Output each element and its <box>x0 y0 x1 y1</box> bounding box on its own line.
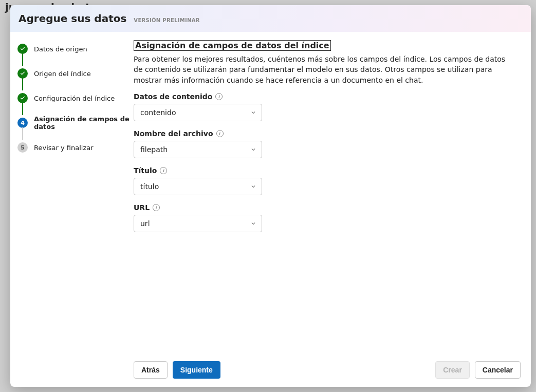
step-label: Datos de origen <box>34 45 87 53</box>
chevron-down-icon <box>250 146 256 153</box>
field-filename: Nombre del archivo i filepath <box>134 129 521 158</box>
step-number-icon: 5 <box>17 142 28 153</box>
step-data-source[interactable]: Datos de origen <box>17 42 130 55</box>
url-select[interactable]: url <box>134 215 262 232</box>
select-value: url <box>140 219 150 228</box>
preview-badge: VERSIÓN PRELIMINAR <box>134 17 199 23</box>
check-icon <box>17 93 28 103</box>
step-index-config[interactable]: Configuración del índice <box>17 91 130 105</box>
back-button[interactable]: Atrás <box>134 361 168 379</box>
select-value: título <box>140 182 159 191</box>
filename-select[interactable]: filepath <box>134 141 262 158</box>
field-label-text: Nombre del archivo <box>134 129 213 138</box>
info-icon[interactable]: i <box>215 93 223 100</box>
add-data-modal: Agregue sus datos VERSIÓN PRELIMINAR Dat… <box>10 5 531 387</box>
step-label: Revisar y finalizar <box>34 144 94 152</box>
chevron-down-icon <box>250 183 256 190</box>
field-label-text: Datos de contenido <box>134 92 212 101</box>
modal-title: Agregue sus datos <box>19 12 126 25</box>
field-label-text: Título <box>134 166 157 175</box>
step-index-source[interactable]: Origen del índice <box>17 67 130 80</box>
field-content-data: Datos de contenido i contenido <box>134 92 521 121</box>
info-icon[interactable]: i <box>153 204 160 211</box>
step-label: Configuración del índice <box>34 95 115 102</box>
modal-footer: Atrás Siguiente Crear Cancelar <box>134 353 521 379</box>
cancel-button[interactable]: Cancelar <box>475 361 521 379</box>
step-number-icon: 4 <box>17 118 28 128</box>
info-icon[interactable]: i <box>160 167 167 174</box>
select-value: contenido <box>140 108 176 117</box>
content-data-select[interactable]: contenido <box>134 104 262 121</box>
wizard-stepper: Datos de origen Origen del índice Config… <box>10 32 134 387</box>
chevron-down-icon <box>250 109 256 116</box>
info-icon[interactable]: i <box>216 130 224 137</box>
field-url: URL i url <box>134 203 521 232</box>
title-select[interactable]: título <box>134 178 262 195</box>
check-icon <box>17 44 28 54</box>
next-button[interactable]: Siguiente <box>173 361 220 379</box>
step-review-finish[interactable]: 5 Revisar y finalizar <box>17 141 130 154</box>
field-label-text: URL <box>134 203 150 212</box>
select-value: filepath <box>140 145 168 154</box>
field-title: Título i título <box>134 166 521 195</box>
page-description: Para obtener los mejores resultados, cué… <box>134 54 514 85</box>
modal-header: Agregue sus datos VERSIÓN PRELIMINAR <box>10 5 531 32</box>
modal-main: Asignación de campos de datos del índice… <box>134 32 531 387</box>
step-label: Asignación de campos de datos <box>34 115 130 130</box>
chevron-down-icon <box>250 220 256 227</box>
create-button: Crear <box>435 361 470 379</box>
step-field-mapping[interactable]: 4 Asignación de campos de datos <box>17 116 130 129</box>
check-icon <box>17 68 28 79</box>
page-heading: Asignación de campos de datos del índice <box>134 40 331 51</box>
step-label: Origen del índice <box>34 70 91 78</box>
